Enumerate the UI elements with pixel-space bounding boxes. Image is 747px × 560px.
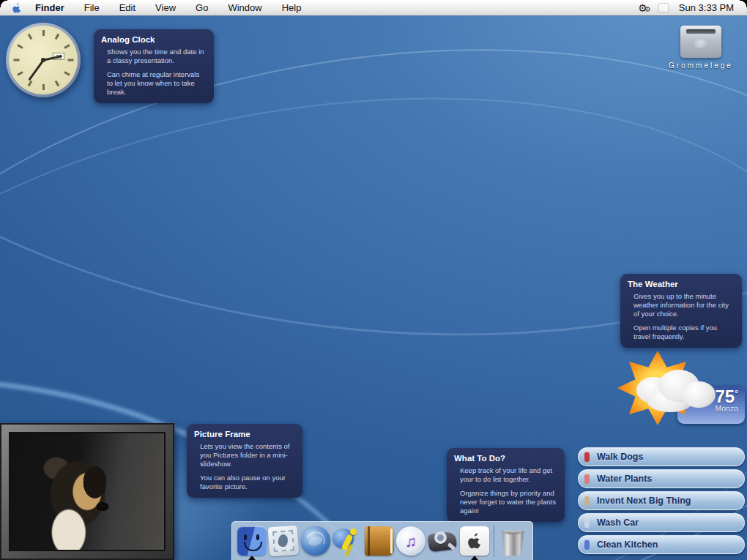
- faded-menu-extra-icon[interactable]: [658, 3, 669, 12]
- tooltip-text: Organize things by priority and never fo…: [460, 489, 557, 515]
- todo-label: Water Plants: [597, 474, 652, 484]
- konfabulator-gears-icon[interactable]: ⚙⚙: [638, 2, 648, 14]
- aim-running-man-icon: [342, 528, 360, 554]
- dock-item-itunes[interactable]: ♫: [395, 522, 426, 560]
- todo-item-water-plants[interactable]: Water Plants: [578, 469, 745, 488]
- todo-item-walk-dogs[interactable]: Walk Dogs: [578, 447, 745, 466]
- weather-widget[interactable]: 75° Monza: [617, 351, 745, 425]
- priority-marker: [584, 518, 590, 528]
- trash-icon: [501, 528, 524, 556]
- todo-item-clean-kitchen[interactable]: Clean Kitchen: [578, 535, 745, 554]
- menu-help[interactable]: Help: [282, 2, 302, 13]
- dock-item-system[interactable]: [458, 522, 490, 560]
- aim-icon: [332, 526, 362, 556]
- screen-corner: [740, 0, 747, 7]
- degree-symbol: °: [735, 389, 738, 399]
- disk-label: Grommelege: [658, 61, 744, 70]
- menu-go[interactable]: Go: [196, 2, 208, 13]
- tooltip-text: You can also pause on your favorite pict…: [200, 474, 295, 491]
- address-book-icon: [365, 526, 394, 556]
- dock-item-aim[interactable]: [331, 522, 363, 560]
- hard-disk-icon: [680, 26, 721, 58]
- dock-item-trash[interactable]: [497, 522, 529, 560]
- todo-label: Wash Car: [597, 518, 639, 528]
- tooltip-title: Picture Frame: [194, 430, 295, 438]
- cloud-icon: [682, 381, 716, 408]
- dock-separator: [494, 525, 494, 557]
- priority-marker: [584, 496, 590, 506]
- picture-frame-widget[interactable]: [0, 423, 174, 560]
- tooltip-text: Gives you up to the minute weather infor…: [633, 292, 735, 318]
- menu-bar-clock[interactable]: Sun 3:33 PM: [679, 2, 734, 13]
- dock-item-address-book[interactable]: [363, 522, 395, 560]
- tooltip-what-to-do: What To Do? Keep track of your life and …: [447, 448, 565, 522]
- dock-item-mail[interactable]: [267, 522, 299, 560]
- clock-minute-hand: [28, 59, 44, 81]
- sherlock-icon: [428, 526, 457, 556]
- priority-marker: [584, 452, 590, 462]
- analog-clock-widget[interactable]: 28: [6, 23, 81, 97]
- dog-photo: [9, 432, 166, 551]
- dock-item-finder[interactable]: [236, 522, 267, 560]
- todo-list-widget: Walk Dogs Water Plants Invent Next Big T…: [578, 447, 745, 557]
- todo-label: Invent Next Big Thing: [597, 496, 691, 506]
- screen-corner: [0, 0, 7, 7]
- tooltip-text: Open multiple copies if you travel frequ…: [633, 324, 735, 341]
- tooltip-text: Can chime at regular intervals to let yo…: [107, 70, 207, 97]
- apple-icon: [12, 2, 22, 14]
- tooltip-title: What To Do?: [454, 454, 557, 463]
- menu-view[interactable]: View: [155, 2, 176, 13]
- todo-item-wash-car[interactable]: Wash Car: [578, 513, 745, 532]
- tooltip-text: Keep track of your life and get your to …: [460, 466, 557, 484]
- apple-menu-icon[interactable]: [12, 2, 22, 14]
- dock: ♫: [231, 521, 533, 560]
- tooltip-analog-clock: Analog Clock Shows you the time and date…: [94, 29, 214, 103]
- running-app-indicator: [248, 556, 256, 560]
- tooltip-text: Shows you the time and date in a classy …: [107, 48, 207, 65]
- running-app-indicator: [471, 556, 478, 560]
- system-apple-icon: [460, 526, 489, 556]
- menu-bar: Finder File Edit View Go Window Help ⚙⚙ …: [0, 0, 747, 16]
- music-note-icon: ♫: [405, 534, 417, 549]
- itunes-icon: ♫: [396, 526, 425, 556]
- menu-edit[interactable]: Edit: [119, 2, 135, 13]
- tooltip-title: Analog Clock: [101, 35, 207, 44]
- menu-finder[interactable]: Finder: [35, 2, 64, 13]
- finder-icon: [237, 526, 267, 556]
- dock-item-sherlock[interactable]: [427, 522, 458, 560]
- apple-icon: [467, 532, 483, 550]
- tooltip-title: The Weather: [628, 280, 735, 288]
- desktop-disk-icon[interactable]: Grommelege: [658, 26, 744, 70]
- todo-label: Walk Dogs: [597, 452, 643, 462]
- menu-file[interactable]: File: [84, 2, 100, 13]
- tooltip-picture-frame: Picture Frame Lets you view the contents…: [187, 424, 302, 498]
- priority-marker: [584, 474, 590, 484]
- magnifier-icon: [434, 531, 447, 544]
- clock-face: 28: [9, 26, 78, 94]
- todo-item-invent-next-big-thing[interactable]: Invent Next Big Thing: [578, 491, 745, 510]
- mail-icon: [268, 526, 300, 557]
- tooltip-text: Lets you view the contents of you Pictur…: [200, 442, 295, 468]
- tooltip-weather: The Weather Gives you up to the minute w…: [620, 274, 742, 348]
- web-browser-globe-icon: [301, 526, 330, 556]
- todo-label: Clean Kitchen: [597, 540, 658, 550]
- clock-center-cap: [41, 58, 45, 62]
- dock-item-web-browser[interactable]: [300, 522, 331, 560]
- priority-marker: [584, 540, 590, 550]
- menu-window[interactable]: Window: [228, 2, 261, 13]
